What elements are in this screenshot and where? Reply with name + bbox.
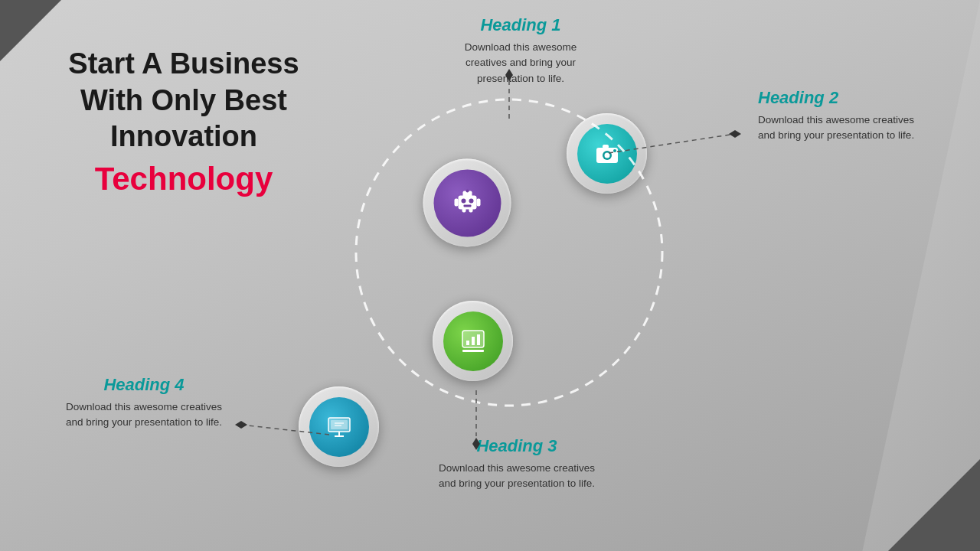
slide: Start A Business With Only Best Innovati… bbox=[0, 0, 980, 551]
svg-rect-26 bbox=[466, 341, 469, 345]
camera-icon bbox=[593, 139, 622, 168]
svg-rect-14 bbox=[462, 206, 466, 212]
svg-rect-35 bbox=[331, 420, 348, 429]
heading-2-desc: Download this awesome creatives and brin… bbox=[758, 112, 934, 144]
svg-point-11 bbox=[466, 189, 469, 192]
content: Start A Business With Only Best Innovati… bbox=[0, 0, 980, 551]
title-line1: Start A Business bbox=[61, 46, 306, 83]
node-bottom bbox=[299, 386, 379, 467]
svg-point-23 bbox=[613, 149, 616, 152]
heading-3-desc: Download this awesome creatives and brin… bbox=[433, 461, 601, 492]
svg-rect-12 bbox=[454, 198, 458, 206]
heading-2-title: Heading 2 bbox=[758, 88, 934, 108]
svg-rect-9 bbox=[458, 195, 476, 209]
svg-point-21 bbox=[604, 152, 609, 158]
heading-2-box: Heading 2 Download this awesome creative… bbox=[758, 88, 934, 144]
svg-rect-29 bbox=[462, 350, 484, 352]
heading-3-title: Heading 3 bbox=[433, 436, 601, 456]
robot-icon bbox=[452, 184, 482, 221]
svg-marker-4 bbox=[729, 130, 741, 138]
heading-4-desc: Download this awesome creatives and brin… bbox=[60, 399, 228, 431]
node-center bbox=[423, 159, 511, 247]
heading-4-box: Heading 4 Download this awesome creative… bbox=[60, 375, 228, 431]
heading-1-title: Heading 1 bbox=[444, 15, 597, 35]
node-top bbox=[567, 113, 647, 194]
title-area: Start A Business With Only Best Innovati… bbox=[61, 46, 306, 200]
svg-rect-18 bbox=[463, 204, 471, 207]
svg-marker-8 bbox=[235, 421, 247, 429]
svg-rect-15 bbox=[469, 206, 472, 212]
svg-rect-13 bbox=[476, 198, 480, 206]
svg-rect-22 bbox=[603, 145, 609, 148]
svg-rect-28 bbox=[477, 334, 480, 345]
svg-rect-27 bbox=[472, 337, 475, 345]
heading-4-title: Heading 4 bbox=[60, 375, 228, 395]
heading-1-desc: Download this awesome creatives and brin… bbox=[444, 40, 597, 86]
title-accent: Technology bbox=[61, 158, 306, 201]
heading-1-box: Heading 1 Download this awesome creative… bbox=[444, 15, 597, 86]
heading-3-box: Heading 3 Download this awesome creative… bbox=[433, 436, 601, 492]
svg-point-16 bbox=[461, 198, 466, 203]
node-mid bbox=[433, 301, 513, 381]
svg-point-17 bbox=[469, 198, 473, 203]
title-line3: Innovation bbox=[61, 119, 306, 155]
title-line2: With Only Best bbox=[61, 83, 306, 119]
chart-icon bbox=[459, 327, 488, 356]
desktop-icon bbox=[325, 412, 354, 442]
